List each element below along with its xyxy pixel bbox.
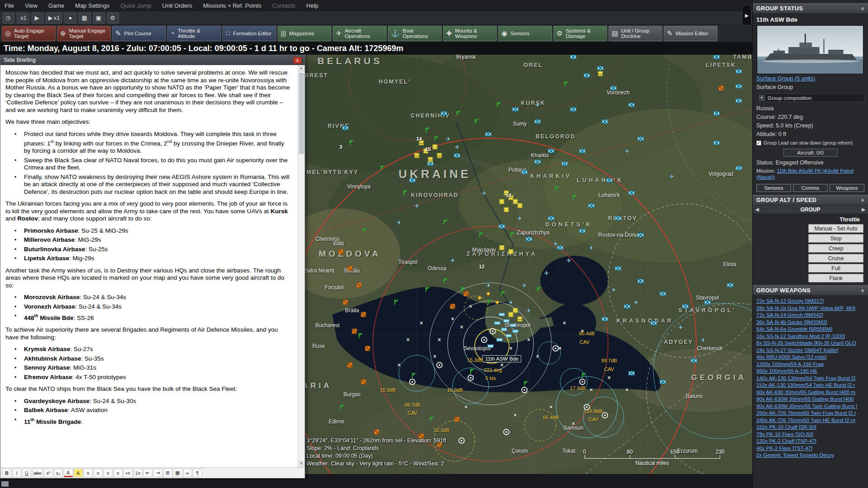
installation-icon[interactable] bbox=[499, 224, 505, 229]
ring-contact-icon[interactable] bbox=[521, 387, 528, 393]
snapshot-button[interactable]: ▣ bbox=[93, 13, 105, 23]
flag-unit-icon[interactable] bbox=[412, 373, 413, 378]
flag-unit-icon[interactable] bbox=[394, 300, 395, 305]
weapon-item[interactable]: 162x PK-10 Chaff [SR-50] bbox=[756, 424, 867, 431]
installation-icon[interactable] bbox=[602, 119, 608, 124]
flag-unit-icon[interactable] bbox=[564, 81, 565, 86]
installation-icon[interactable] bbox=[691, 358, 697, 363]
bullet-list-button[interactable]: •≡ bbox=[123, 469, 132, 477]
installation-icon[interactable] bbox=[637, 136, 643, 141]
aircraft-contact-icon[interactable]: ✈ bbox=[522, 282, 527, 288]
flag-unit-icon[interactable] bbox=[555, 186, 556, 191]
ring-contact-icon[interactable] bbox=[503, 429, 509, 435]
flag-unit-icon[interactable] bbox=[443, 279, 444, 284]
unknown-contact-icon[interactable]: × bbox=[469, 304, 472, 309]
installation-icon[interactable] bbox=[486, 132, 491, 136]
aircraft-contact-icon[interactable]: ✈ bbox=[481, 190, 486, 196]
menu-help[interactable]: Help bbox=[307, 2, 319, 9]
installation-icon[interactable] bbox=[410, 178, 415, 183]
flag-unit-icon[interactable] bbox=[457, 111, 458, 116]
installation-icon[interactable] bbox=[660, 291, 666, 296]
strikethrough-button[interactable]: abc bbox=[32, 469, 43, 477]
briefing-scrollbar[interactable]: ▲ ▼ bbox=[297, 65, 305, 467]
briefing-title-bar[interactable]: Side Briefing x bbox=[0, 55, 305, 65]
italic-button[interactable]: I bbox=[12, 469, 21, 477]
unknown-contact-icon[interactable]: × bbox=[549, 404, 552, 410]
ground-unit-icon[interactable] bbox=[500, 199, 505, 204]
weapon-item[interactable]: 120x PK-2 Chaff [TSP-47] bbox=[756, 438, 867, 445]
group-weapons-header[interactable]: GROUP WEAPONS ∧ bbox=[753, 285, 868, 296]
ground-unit-icon[interactable] bbox=[508, 249, 513, 254]
weapon-item[interactable]: 1200x 100mm/59 A-190 Frag bbox=[756, 361, 867, 368]
installation-icon[interactable] bbox=[454, 153, 460, 158]
installation-icon[interactable] bbox=[588, 203, 594, 208]
clock-icon[interactable]: ◷ bbox=[3, 13, 14, 23]
aircraft-contact-icon[interactable]: ✈ bbox=[633, 299, 638, 305]
magazines-button[interactable]: |||Magazines bbox=[278, 26, 331, 41]
scroll-up-icon[interactable]: ▲ bbox=[298, 65, 305, 72]
installation-icon[interactable] bbox=[736, 99, 742, 103]
unknown-contact-icon[interactable]: × bbox=[536, 354, 539, 359]
installation-icon[interactable] bbox=[736, 69, 742, 74]
hostile-installation-icon[interactable] bbox=[356, 283, 361, 288]
surface-contact-icon[interactable] bbox=[499, 313, 505, 316]
surface-contact-icon[interactable] bbox=[512, 330, 519, 333]
installation-icon[interactable] bbox=[682, 304, 688, 309]
ground-unit-icon[interactable] bbox=[504, 207, 509, 212]
installation-icon[interactable] bbox=[548, 216, 554, 221]
weapon-item[interactable]: 260x AK-726 76mm/60 Twin Frag Burst [2 r bbox=[756, 410, 867, 417]
installation-icon[interactable] bbox=[597, 66, 603, 70]
group-status-header[interactable]: GROUP STATUS ∧ bbox=[753, 3, 868, 14]
aircraft-contact-icon[interactable]: ✈ bbox=[611, 286, 616, 292]
hostile-installation-icon[interactable] bbox=[361, 379, 366, 384]
hostile-installation-icon[interactable] bbox=[352, 329, 357, 334]
flag-unit-icon[interactable] bbox=[434, 136, 435, 141]
aircraft-contact-icon[interactable]: ✈ bbox=[508, 299, 513, 305]
installation-icon[interactable] bbox=[602, 317, 608, 321]
installation-icon[interactable] bbox=[526, 237, 532, 241]
hostile-installation-icon[interactable] bbox=[450, 304, 455, 309]
numbered-list-button[interactable]: 1≡ bbox=[133, 469, 142, 477]
aircraft-contact-icon[interactable]: ✈ bbox=[589, 244, 594, 250]
flag-unit-icon[interactable] bbox=[497, 103, 498, 108]
arrow-right-icon[interactable]: ▶ bbox=[862, 207, 865, 212]
flag-unit-icon[interactable] bbox=[403, 191, 404, 196]
insert-link-button[interactable]: ∞ bbox=[183, 469, 192, 477]
installation-icon[interactable] bbox=[628, 103, 634, 107]
weapon-item[interactable]: 78x PK-10 Flare [SO-50] bbox=[756, 431, 867, 438]
menu-map-settings[interactable]: Map Settings bbox=[75, 2, 109, 9]
auto-engage-target-button[interactable]: ◎Auto Engage Target bbox=[2, 26, 56, 41]
surface-contact-icon[interactable] bbox=[501, 328, 507, 331]
aircraft-contact-icon[interactable]: ✈ bbox=[517, 215, 522, 221]
installation-icon[interactable] bbox=[571, 55, 576, 59]
hostile-installation-icon[interactable] bbox=[455, 417, 460, 422]
weapon-item[interactable]: 90x AK-630M 30mm/65 Twin Gatling Burst [ bbox=[756, 403, 867, 410]
surface-contact-icon[interactable] bbox=[503, 319, 509, 323]
hostile-installation-icon[interactable] bbox=[365, 346, 370, 351]
weapon-item[interactable]: 72x SA-N-12 Grizzly [9M317] bbox=[756, 298, 867, 305]
installation-icon[interactable] bbox=[736, 84, 742, 89]
flag-unit-icon[interactable] bbox=[524, 381, 525, 386]
hostile-installation-icon[interactable] bbox=[347, 266, 352, 271]
installation-icon[interactable] bbox=[606, 178, 612, 183]
subscript-button[interactable]: x₂ bbox=[54, 469, 63, 477]
weapon-item[interactable]: 90x AK-630M 30mm/65 Gatling Burst [400 bbox=[756, 396, 867, 403]
group-composition-dropdown[interactable]: ▼ Group composition: bbox=[756, 94, 864, 102]
ground-unit-icon[interactable] bbox=[428, 157, 433, 162]
outdent-button[interactable]: ⇤ bbox=[143, 469, 152, 477]
unknown-contact-icon[interactable]: × bbox=[509, 346, 512, 351]
weapon-item[interactable]: 16x SS-N-12 Sandbox Mod 2 [P-1000] bbox=[756, 333, 867, 340]
aircraft-contact-icon[interactable]: ✈ bbox=[455, 144, 460, 150]
installation-icon[interactable] bbox=[705, 300, 711, 305]
flag-unit-icon[interactable] bbox=[425, 287, 426, 292]
flag-unit-icon[interactable] bbox=[349, 140, 350, 145]
ring-contact-icon[interactable] bbox=[552, 345, 559, 352]
menu-quick-jump[interactable]: Quick Jump bbox=[120, 2, 151, 9]
unknown-contact-icon[interactable]: × bbox=[438, 337, 441, 343]
surface-contact-icon[interactable] bbox=[510, 324, 516, 327]
unknown-contact-icon[interactable]: × bbox=[626, 387, 629, 393]
ground-unit-icon[interactable] bbox=[513, 308, 518, 313]
menu-file[interactable]: File bbox=[5, 2, 14, 9]
ring-contact-icon[interactable] bbox=[409, 379, 415, 385]
unit-group-doctrine-button[interactable]: ▤Unit / Group Doctrine bbox=[609, 26, 662, 41]
